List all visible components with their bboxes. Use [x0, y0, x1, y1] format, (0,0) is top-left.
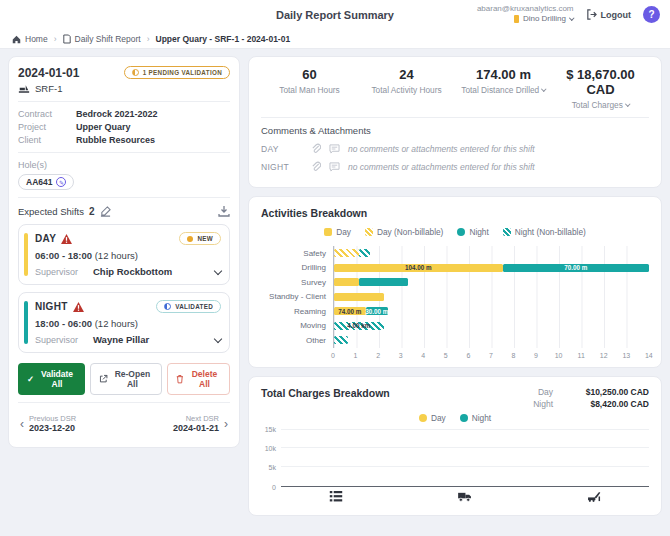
shift-time: 06:00 - 18:00 (12 hours): [35, 250, 221, 261]
paperclip-icon[interactable]: [311, 161, 321, 172]
report-date: 2024-01-01: [18, 66, 79, 80]
shift-time: 18:00 - 06:00 (12 hours): [35, 318, 221, 329]
shift-card-day[interactable]: DAY NEW 06:00 - 18:00 (12 hours) Supervi…: [18, 224, 230, 285]
charges-legend: Day Night: [261, 413, 649, 423]
x-tick-label: 8: [509, 352, 519, 359]
truck-icon: [458, 491, 472, 504]
activity-row-moving: 4.00 km: [334, 319, 649, 334]
edit-pencil-icon: [100, 206, 111, 217]
comment-icon[interactable]: [329, 162, 340, 172]
charges-chart: 15k10k5k0: [261, 429, 649, 487]
logout-button[interactable]: Logout: [586, 9, 632, 20]
charges-x-axis: [281, 487, 649, 505]
field-value: Upper Quary: [76, 122, 131, 132]
comment-icon[interactable]: [329, 144, 340, 154]
x-tick-label: 9: [531, 352, 541, 359]
activity-category-label: Drilling: [261, 261, 333, 276]
activity-category-label: Other: [261, 333, 333, 348]
stat-value: $ 18,670.00 CAD: [552, 67, 649, 97]
paperclip-icon[interactable]: [311, 143, 321, 154]
bar-day: [334, 293, 384, 301]
x-tick-label: 0: [328, 352, 338, 359]
comment-row-day: DAY no comments or attachments entered f…: [261, 143, 649, 154]
validate-all-button[interactable]: ✓ Validate All: [18, 363, 85, 395]
hole-chip: AA641 ✎: [18, 174, 74, 190]
new-dot-icon: [187, 236, 193, 242]
gridline: [281, 429, 649, 430]
charges-summary-day: Day $10,250.00 CAD: [533, 387, 649, 397]
check-icon: ✓: [27, 374, 34, 384]
report-header: 2024-01-01 SRF-1 1 PENDING VALIDATION: [18, 66, 230, 94]
activities-category-labels: SafetyDrillingSurveyStandby - ClientReam…: [261, 246, 333, 348]
y-tick-label: 5k: [269, 464, 276, 471]
divider: [18, 101, 230, 102]
activities-breakdown-card: Activities Breakdown Day Day (Non-billab…: [248, 196, 662, 368]
expected-shifts-count: 2: [89, 206, 95, 217]
shift-card-day-footer: Supervisor Chip Rockbottom: [35, 266, 221, 277]
stat-dropdown[interactable]: Total Distance Drilled: [461, 85, 545, 95]
edit-shifts-button[interactable]: [100, 206, 111, 217]
field-label: Contract: [18, 109, 76, 119]
stat-dropdown[interactable]: Total Charges: [572, 100, 630, 110]
comments-title: Comments & Attachments: [261, 125, 649, 136]
hole-name: AA641: [26, 177, 52, 187]
org-name: Dino Drilling: [523, 14, 566, 24]
field-project: Project Upper Quary: [18, 122, 230, 132]
activities-chart: SafetyDrillingSurveyStandby - ClientReam…: [261, 246, 649, 348]
breadcrumb-home[interactable]: Home: [12, 34, 48, 44]
right-column: 60 Total Man Hours 24 Total Activity Hou…: [248, 56, 662, 516]
reopen-all-label: Re-Open All: [112, 369, 154, 389]
delete-all-label: Delete All: [188, 369, 221, 389]
download-report-button[interactable]: [218, 205, 230, 217]
org-selector[interactable]: Dino Drilling: [514, 14, 574, 24]
logout-icon: [586, 9, 597, 20]
holes-label: Hole(s): [18, 160, 230, 170]
previous-dsr-link[interactable]: ‹ Previous DSR 2023-12-20: [20, 414, 76, 435]
breadcrumb-current: Upper Quary - SRF-1 - 2024-01-01: [156, 34, 291, 44]
y-tick-label: 10k: [265, 444, 276, 451]
stat-total-man-hours: 60 Total Man Hours: [261, 67, 358, 110]
next-dsr-link[interactable]: Next DSR 2024-01-21 ›: [173, 414, 228, 435]
next-dsr-label: Next DSR: [173, 414, 219, 423]
charges-summary: Day $10,250.00 CAD Night $8,420.00 CAD: [533, 387, 649, 411]
comment-shift-label: DAY: [261, 144, 303, 154]
bar-night: [359, 278, 409, 286]
legend-night[interactable]: Night: [457, 227, 488, 237]
stat-label: Total Man Hours: [279, 85, 339, 95]
legend-day[interactable]: Day: [419, 413, 446, 423]
user-email: abaran@kruxanalytics.com: [477, 4, 574, 14]
help-button[interactable]: ?: [643, 6, 660, 23]
bar-night-non-billable-: 4.00 km: [334, 322, 384, 330]
chevron-right-icon: ›: [224, 417, 228, 431]
chevron-down-icon[interactable]: [214, 267, 222, 275]
charges-header: Total Charges Breakdown Day $10,250.00 C…: [261, 387, 649, 411]
breadcrumb: Home › Daily Shift Report › Upper Quary …: [0, 30, 670, 49]
rig-name: SRF-1: [35, 83, 62, 94]
night-hatch-swatch-icon: [503, 228, 511, 236]
charges-summary-night: Night $8,420.00 CAD: [533, 399, 649, 409]
legend-day[interactable]: Day: [324, 227, 351, 237]
top-bar-right: abaran@kruxanalytics.com Dino Drilling L…: [477, 4, 660, 27]
x-tick-label: 6: [463, 352, 473, 359]
delete-all-button[interactable]: Delete All: [167, 363, 230, 395]
chevron-down-icon: [569, 16, 574, 21]
legend-day-non-billable[interactable]: Day (Non-billable): [365, 227, 443, 237]
main-content: 2024-01-01 SRF-1 1 PENDING VALIDATION Co…: [0, 49, 670, 523]
activity-category-label: Moving: [261, 319, 333, 334]
reopen-all-button[interactable]: Re-Open All: [90, 363, 162, 395]
supervisor-name: Chip Rockbottom: [93, 266, 172, 277]
chevron-down-icon[interactable]: [214, 335, 222, 343]
edit-pencil-icon[interactable]: ✎: [56, 177, 66, 187]
pending-half-circle-icon: [132, 69, 139, 76]
breadcrumb-daily-shift-report[interactable]: Daily Shift Report: [63, 34, 141, 44]
shift-card-night[interactable]: NIGHT VALIDATED 18:00 - 06:00 (12 hours)…: [18, 292, 230, 353]
trash-icon: [176, 374, 184, 384]
legend-night[interactable]: Night: [460, 413, 491, 423]
pending-validation-badge: 1 PENDING VALIDATION: [124, 66, 230, 79]
divider: [18, 152, 230, 153]
divider: [18, 402, 230, 403]
stats-row: 60 Total Man Hours 24 Total Activity Hou…: [261, 67, 649, 110]
field-value: Rubble Resources: [76, 135, 155, 145]
legend-night-non-billable[interactable]: Night (Non-billable): [503, 227, 586, 237]
shift-hours: 18:00 - 06:00: [35, 318, 92, 329]
